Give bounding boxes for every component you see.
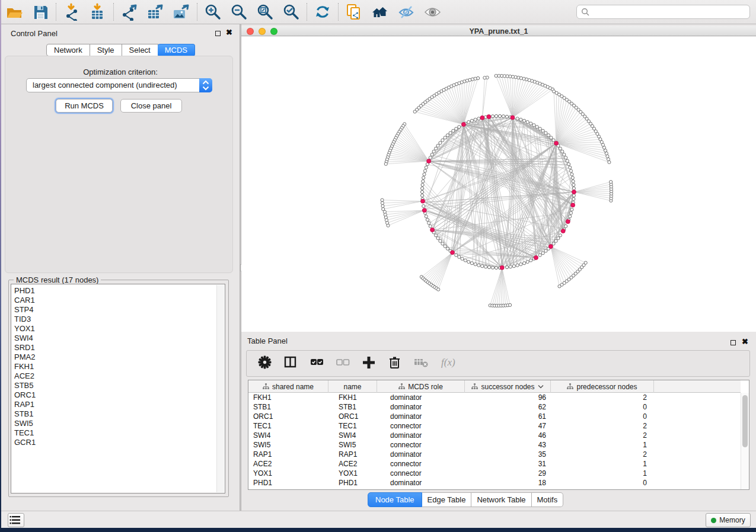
mcds-result-item[interactable]: GCR1: [14, 438, 225, 447]
criterion-dropdown[interactable]: largest connected component (undirected): [26, 78, 212, 92]
close-panel-button[interactable]: Close panel: [120, 99, 182, 113]
tab-node-table[interactable]: Node Table: [368, 492, 422, 507]
import-table-button[interactable]: [89, 3, 107, 21]
show-all-button[interactable]: [423, 3, 441, 21]
table-row[interactable]: SWI5SWI5connector431: [248, 440, 741, 450]
settings-button[interactable]: [257, 355, 273, 372]
zoom-out-button[interactable]: [230, 3, 248, 21]
memory-button[interactable]: Memory: [706, 513, 751, 527]
mcds-result-item[interactable]: CAR1: [14, 296, 225, 305]
column-header-successor-nodes[interactable]: successor nodes: [465, 380, 551, 393]
mcds-list-scrollbar[interactable]: [216, 285, 224, 492]
table-row[interactable]: STB1STB1dominator620: [248, 402, 741, 412]
mcds-result-item[interactable]: FKH1: [14, 362, 225, 371]
open-file-icon: [5, 3, 23, 21]
table-row[interactable]: ACE2ACE2connector311: [248, 459, 741, 469]
mcds-result-item[interactable]: YOX1: [14, 324, 225, 334]
cell: 1: [551, 469, 654, 478]
hide-selected-button[interactable]: [397, 3, 415, 21]
mcds-result-item[interactable]: PMA2: [14, 352, 225, 362]
close-table-panel-icon[interactable]: ✖: [742, 337, 748, 346]
mcds-result-item[interactable]: SRD1: [14, 343, 225, 352]
select-all-checkboxes-button[interactable]: [310, 355, 325, 372]
network-canvas[interactable]: [241, 37, 756, 332]
save-session-button[interactable]: [31, 3, 49, 21]
tab-network[interactable]: Network: [46, 44, 90, 56]
import-network-button[interactable]: [63, 3, 81, 21]
cell: STB1: [328, 402, 377, 412]
cell: PHD1: [328, 478, 377, 488]
add-column-button[interactable]: [362, 355, 377, 372]
cell: STB1: [248, 402, 328, 412]
column-label: name: [343, 383, 361, 391]
mcds-result-item[interactable]: STB1: [14, 409, 225, 419]
column-header-name[interactable]: name: [328, 380, 377, 393]
mcds-result-item[interactable]: TEC1: [14, 428, 225, 438]
mcds-result-item[interactable]: STP4: [14, 305, 225, 315]
column-layout-button[interactable]: [283, 355, 299, 372]
column-label: MCDS role: [408, 383, 443, 391]
float-table-panel-icon[interactable]: [731, 340, 736, 345]
mcds-result-item[interactable]: TID3: [14, 315, 225, 324]
mcds-result-item[interactable]: ORC1: [14, 390, 225, 400]
tab-edge-table[interactable]: Edge Table: [422, 492, 472, 507]
first-neighbors-button[interactable]: [371, 3, 389, 21]
cell: 62: [465, 402, 551, 412]
mcds-result-item[interactable]: ACE2: [14, 371, 225, 381]
delete-column-button[interactable]: [388, 355, 403, 372]
function-builder-button: f(x): [440, 355, 455, 372]
table-row[interactable]: SWI4SWI4dominator462: [248, 431, 741, 440]
zoom-selected-icon: [282, 3, 300, 21]
mcds-result-item[interactable]: PHD1: [14, 286, 225, 296]
tab-motifs[interactable]: Motifs: [532, 492, 564, 507]
table-row[interactable]: ORC1ORC1dominator610: [248, 412, 741, 421]
cell: 2: [551, 450, 654, 459]
copy-network-button[interactable]: [345, 3, 363, 21]
memory-status-icon: [711, 518, 716, 523]
export-table-button[interactable]: [146, 3, 164, 21]
cell: SWI4: [328, 431, 377, 440]
mcds-result-list[interactable]: PHD1CAR1STP4TID3YOX1SWI4SRD1PMA2FKH1ACE2…: [11, 284, 225, 493]
table-row[interactable]: PHD1PHD1dominator180: [248, 478, 741, 488]
float-panel-icon[interactable]: [215, 31, 221, 36]
search-field[interactable]: [576, 5, 750, 19]
cell: connector: [377, 440, 465, 450]
table-row[interactable]: RAP1RAP1dominator352: [248, 450, 741, 459]
export-image-button[interactable]: [173, 3, 190, 21]
mcds-result-item[interactable]: SWI4: [14, 334, 225, 343]
column-header-MCDS-role[interactable]: MCDS role: [377, 380, 465, 393]
run-mcds-button[interactable]: Run MCDS: [56, 99, 113, 113]
tab-mcds[interactable]: MCDS: [158, 44, 195, 56]
refresh-button[interactable]: [314, 3, 331, 21]
status-bar: Memory: [1, 511, 756, 528]
table-row[interactable]: YOX1YOX1connector291: [248, 469, 741, 478]
network-window-titlebar[interactable]: YPA_prune.txt_1: [241, 26, 756, 36]
zoom-in-button[interactable]: [204, 3, 222, 21]
task-history-button[interactable]: [8, 513, 24, 527]
deselect-all-checkboxes-button[interactable]: [336, 355, 351, 372]
list-icon: [8, 514, 24, 527]
tab-style[interactable]: Style: [90, 44, 122, 56]
close-panel-icon[interactable]: ✖: [226, 28, 232, 37]
cell: dominator: [377, 450, 465, 459]
zoom-fit-button[interactable]: [256, 3, 274, 21]
export-network-button[interactable]: [120, 3, 138, 21]
table-row[interactable]: FKH1FKH1dominator962: [248, 393, 741, 402]
cell: SWI5: [328, 440, 377, 450]
memory-label: Memory: [719, 516, 745, 524]
zoom-selected-button[interactable]: [282, 3, 300, 21]
mcds-result-item[interactable]: STB5: [14, 381, 225, 390]
tab-network-table[interactable]: Network Table: [471, 492, 531, 507]
cell: RAP1: [328, 450, 377, 459]
column-header-predecessor-nodes[interactable]: predecessor nodes: [551, 380, 654, 393]
table-row[interactable]: TEC1TEC1connector472: [248, 421, 741, 431]
cell: YOX1: [248, 469, 328, 478]
tab-select[interactable]: Select: [122, 44, 158, 56]
mcds-result-item[interactable]: SWI5: [14, 419, 225, 428]
column-header-shared-name[interactable]: shared name: [248, 380, 328, 393]
mcds-result-item[interactable]: RAP1: [14, 400, 225, 409]
optimization-criterion-label: Optimization criterion:: [1, 68, 240, 76]
open-file-button[interactable]: [5, 3, 23, 21]
cell: 2: [551, 393, 654, 402]
table-scrollbar[interactable]: [741, 393, 749, 489]
